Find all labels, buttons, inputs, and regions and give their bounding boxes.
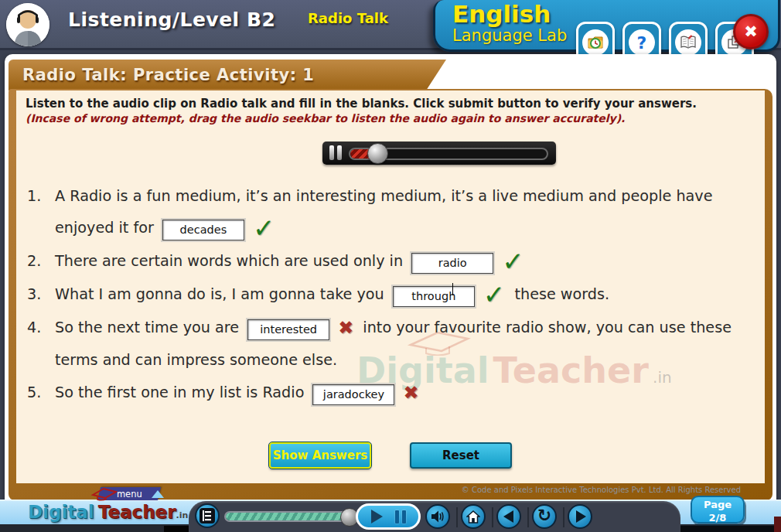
avatar bbox=[6, 3, 49, 46]
play-icon bbox=[371, 510, 383, 523]
brand-suffix: .in bbox=[176, 510, 189, 520]
sentence-number: 2. bbox=[27, 245, 55, 277]
correct-mark-icon: ✓ bbox=[253, 213, 275, 244]
page-label: Page bbox=[692, 499, 743, 512]
refresh-icon: ↻ bbox=[537, 507, 551, 524]
correct-mark-icon: ✓ bbox=[502, 246, 524, 278]
correct-mark-icon: ✓ bbox=[483, 279, 506, 311]
sentence-text-before: So the next time you are bbox=[55, 319, 244, 336]
audio-seek-knob[interactable] bbox=[367, 143, 388, 164]
activity-panel: Radio Talk: Practice Activity: 1 Digital… bbox=[5, 54, 776, 506]
instruction-line2: (Incase of wrong attempt, drag the audio… bbox=[26, 112, 755, 124]
footer-brand: Digital Teacher.in bbox=[28, 502, 188, 522]
menu-up-arrow-icon[interactable] bbox=[152, 490, 164, 498]
volume-icon bbox=[430, 510, 445, 523]
instructions: Listen to the audio clip on Radio talk a… bbox=[26, 97, 755, 124]
audio-player bbox=[322, 142, 556, 165]
brand-cap-icon bbox=[91, 487, 118, 501]
forward-button[interactable] bbox=[568, 504, 592, 529]
answer-input[interactable] bbox=[411, 253, 493, 274]
home-icon bbox=[466, 510, 480, 523]
index-icon bbox=[200, 508, 215, 523]
divider bbox=[527, 507, 529, 527]
logo-line2: Language Lab bbox=[452, 27, 567, 44]
listener-avatar-icon bbox=[6, 3, 49, 46]
back-button[interactable] bbox=[496, 504, 521, 529]
course-progress-fill bbox=[226, 513, 343, 520]
sentence-row: 1.A Radio is a fun medium, it’s an inter… bbox=[27, 180, 754, 244]
answer-input[interactable] bbox=[247, 319, 329, 340]
divider bbox=[563, 507, 564, 527]
answer-blank bbox=[393, 279, 475, 311]
volume-button[interactable] bbox=[425, 504, 450, 529]
refresh-button[interactable]: ↻ bbox=[532, 504, 557, 529]
brand-part1: Digital bbox=[28, 502, 94, 522]
logo-line1: English bbox=[452, 2, 567, 27]
content-area: Digital Teacher .in Listen to the audio … bbox=[16, 90, 765, 483]
forward-icon bbox=[576, 510, 586, 523]
sentence-list: 1.A Radio is a fun medium, it’s an inter… bbox=[27, 180, 754, 410]
pause-icon[interactable] bbox=[329, 145, 342, 160]
close-button[interactable]: ✖ bbox=[733, 14, 769, 49]
action-buttons: Show Answers Reset bbox=[16, 442, 765, 469]
sentence-text-before: So the first one in my list is Radio bbox=[55, 384, 309, 401]
sentence-number: 5. bbox=[27, 377, 55, 408]
sentence-row: 2.There are certain words which are used… bbox=[27, 245, 754, 278]
index-button[interactable] bbox=[195, 503, 220, 528]
sentence-text-before: There are certain words which are used o… bbox=[55, 252, 408, 270]
reset-button[interactable]: Reset bbox=[410, 442, 512, 469]
wrong-mark-icon: ✖ bbox=[338, 312, 353, 344]
sentence-row: 5.So the first one in my list is Radio ✖ bbox=[27, 377, 754, 409]
copyright-text: © Code and Pixels Interactive Technologi… bbox=[462, 486, 741, 494]
answer-input[interactable] bbox=[162, 220, 244, 240]
home-button[interactable] bbox=[461, 504, 486, 529]
play-pause-button[interactable] bbox=[356, 503, 421, 530]
lesson-title: Listening/Level B2 bbox=[68, 9, 275, 31]
brand-part2: Teacher bbox=[98, 502, 176, 522]
sentence-text-before: A Radio is a fun medium, it’s an interes… bbox=[55, 187, 712, 237]
instruction-line1: Listen to the audio clip on Radio talk a… bbox=[26, 97, 755, 111]
help-icon: ? bbox=[629, 29, 655, 56]
answer-blank bbox=[411, 246, 493, 278]
sentence-text-after: these words. bbox=[510, 285, 609, 303]
activity-title: Radio Talk: Practice Activity: 1 bbox=[22, 66, 314, 84]
history-icon bbox=[582, 29, 609, 56]
answer-blank bbox=[247, 312, 329, 344]
activity-title-band: Radio Talk: Practice Activity: 1 bbox=[9, 60, 446, 90]
close-icon: ✖ bbox=[744, 22, 758, 41]
answer-input[interactable] bbox=[393, 286, 475, 307]
topic-title: Radio Talk bbox=[308, 10, 388, 26]
sentence-number: 4. bbox=[27, 312, 55, 343]
book-icon bbox=[675, 29, 701, 56]
answer-input[interactable] bbox=[312, 384, 394, 405]
answer-blank bbox=[162, 213, 244, 244]
divider bbox=[456, 507, 458, 527]
app-logo: English Language Lab bbox=[452, 2, 567, 44]
page-indicator: Page 2/8 bbox=[691, 496, 745, 523]
show-answers-button[interactable]: Show Answers bbox=[269, 442, 371, 469]
sentence-row: 4.So the next time you are ✖ into your f… bbox=[27, 312, 754, 376]
screen-edge bbox=[774, 517, 781, 532]
wrong-mark-icon: ✖ bbox=[403, 377, 418, 409]
app-window: Listening/Level B2 Radio Talk English La… bbox=[0, 0, 781, 532]
pause-icon bbox=[395, 510, 406, 523]
sentence-text-before: What I am gonna do is, I am gonna take y… bbox=[55, 285, 389, 303]
sentence-row: 3.What I am gonna do is, I am gonna take… bbox=[27, 278, 754, 311]
sentence-number: 1. bbox=[27, 180, 55, 212]
sentence-number: 3. bbox=[27, 278, 55, 310]
media-control-bar: ↻ bbox=[189, 501, 680, 532]
course-seekbar[interactable] bbox=[224, 511, 348, 522]
menu-label: menu bbox=[117, 489, 142, 500]
back-icon bbox=[503, 510, 513, 523]
answer-blank bbox=[312, 377, 394, 409]
divider bbox=[492, 507, 493, 527]
page-value: 2/8 bbox=[692, 512, 743, 525]
brand-bar: English Language Lab ? bbox=[433, 0, 780, 52]
